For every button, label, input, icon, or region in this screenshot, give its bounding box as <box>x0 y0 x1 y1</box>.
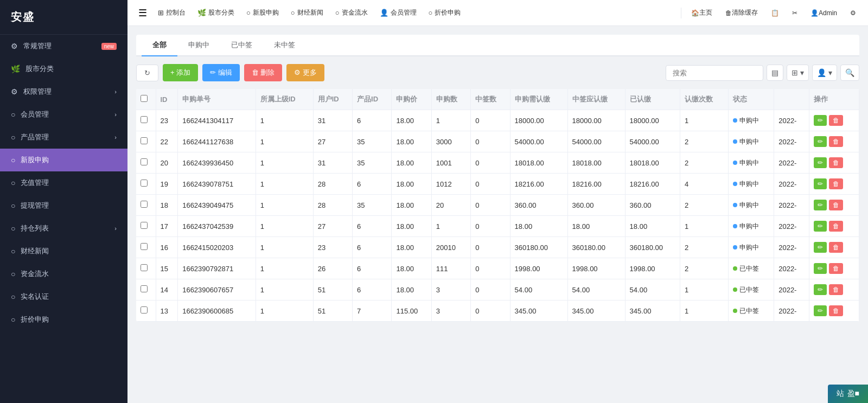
nav-home[interactable]: 🏠 主页 <box>686 5 718 21</box>
edit-button[interactable]: ✏ 编辑 <box>202 64 240 81</box>
row-checkbox[interactable] <box>141 180 148 187</box>
row-checkbox[interactable] <box>141 158 148 165</box>
cell-product-id: 6 <box>353 258 392 279</box>
sidebar-item-member-mgmt[interactable]: ○ 会员管理 › <box>0 103 127 126</box>
search-input[interactable] <box>666 65 763 81</box>
row-checkbox[interactable] <box>141 201 148 208</box>
edit-row-button[interactable]: ✏ <box>814 263 827 274</box>
row-checkbox[interactable] <box>141 222 148 229</box>
nav-capital-flow[interactable]: ○ 资金流水 <box>330 5 373 21</box>
leaf-icon: 🌿 <box>11 65 20 73</box>
row-checkbox[interactable] <box>141 243 148 250</box>
cell-pay-times: 1 <box>680 300 729 322</box>
edit-row-button[interactable]: ✏ <box>814 284 827 295</box>
sidebar-item-stock-category[interactable]: 🌿 股市分类 <box>0 57 127 80</box>
sidebar-item-withdraw-mgmt[interactable]: ○ 提现管理 <box>0 194 127 217</box>
grid-view-button[interactable]: ⊞ ▾ <box>787 65 809 81</box>
edit-row-button[interactable]: ✏ <box>814 242 827 253</box>
nav-avatar[interactable]: 👤 Admin <box>805 6 843 20</box>
row-checkbox[interactable] <box>141 264 148 271</box>
sidebar-item-new-stock[interactable]: ○ 新股申购 <box>0 149 127 171</box>
sidebar-item-permission-mgmt[interactable]: ⚙ 权限管理 › <box>0 80 127 103</box>
nav-icon1[interactable]: 📋 <box>765 6 784 20</box>
nav-finance-news[interactable]: ○ 财经新闻 <box>285 5 329 21</box>
edit-row-button[interactable]: ✏ <box>814 157 827 168</box>
delete-row-button[interactable]: 🗑 <box>829 136 843 147</box>
cell-product-id: 6 <box>353 279 392 300</box>
delete-row-button[interactable]: 🗑 <box>829 242 843 253</box>
sidebar-item-finance-news[interactable]: ○ 财经新闻 <box>0 240 127 263</box>
nav-new-stock[interactable]: ○ 新股申购 <box>241 5 284 21</box>
sidebar: 安盛 ⚙ 常规管理 new 🌿 股市分类 ⚙ 权限管理 › ○ 会员管理 › ○… <box>0 0 127 403</box>
status-label: 申购中 <box>739 116 759 125</box>
tab-not-won[interactable]: 未中签 <box>263 35 306 56</box>
nav-member-mgmt[interactable]: 👤 会员管理 <box>374 5 422 21</box>
more-button[interactable]: ⚙ 更多 <box>286 64 324 81</box>
tab-all[interactable]: 全部 <box>142 35 177 56</box>
sidebar-item-real-name[interactable]: ○ 实名认证 <box>0 285 127 308</box>
delete-row-button[interactable]: 🗑 <box>829 115 843 126</box>
delete-row-button[interactable]: 🗑 <box>829 157 843 168</box>
cell-paid: 360.00 <box>625 195 680 216</box>
sidebar-item-product-mgmt[interactable]: ○ 产品管理 › <box>0 126 127 149</box>
edit-row-button[interactable]: ✏ <box>814 178 827 189</box>
nav-clear-cache[interactable]: 🗑 清除缓存 <box>720 5 763 21</box>
sidebar-item-discount-apply[interactable]: ○ 折价申购 <box>0 308 127 331</box>
edit-row-button[interactable]: ✏ <box>814 305 827 316</box>
row-checkbox[interactable] <box>141 285 148 292</box>
edit-row-button[interactable]: ✏ <box>814 221 827 232</box>
cell-actions: ✏ 🗑 <box>809 300 859 322</box>
delete-row-button[interactable]: 🗑 <box>829 178 843 189</box>
cell-qty: 1012 <box>431 174 470 195</box>
cell-paid: 54.00 <box>625 279 680 300</box>
cell-qty: 1 <box>431 110 470 131</box>
cell-user-id: 31 <box>313 110 352 131</box>
tab-won[interactable]: 已中签 <box>220 35 263 56</box>
delete-row-button[interactable]: 🗑 <box>829 305 843 316</box>
cell-status: 申购中 <box>729 131 774 152</box>
nav-stock-cat[interactable]: 🌿 股市分类 <box>192 5 240 21</box>
delete-row-button[interactable]: 🗑 <box>829 284 843 295</box>
table-view-button[interactable]: ▤ <box>767 65 783 81</box>
delete-button[interactable]: 🗑 删除 <box>244 64 283 81</box>
edit-row-button[interactable]: ✏ <box>814 115 827 126</box>
delete-row-button[interactable]: 🗑 <box>829 263 843 274</box>
nav-settings[interactable]: ⚙ <box>845 6 861 20</box>
select-all-checkbox[interactable] <box>141 95 148 102</box>
sidebar-item-capital-flow[interactable]: ○ 资金流水 <box>0 263 127 285</box>
sidebar-item-position-list[interactable]: ○ 持仓列表 › <box>0 217 127 240</box>
col-parent-id: 所属上级ID <box>256 89 313 110</box>
cell-paid: 54000.00 <box>625 131 680 152</box>
tab-applying[interactable]: 申购中 <box>177 35 220 56</box>
status-label: 申购中 <box>739 243 759 252</box>
delete-row-button[interactable]: 🗑 <box>829 221 843 232</box>
delete-row-button[interactable]: 🗑 <box>829 200 843 210</box>
column-select-button[interactable]: 👤 ▾ <box>812 65 837 81</box>
nav-dashboard[interactable]: ⊞ 控制台 <box>152 5 191 21</box>
cell-sign-need: 18000.00 <box>567 110 625 131</box>
nav-label: 折价申购 <box>435 8 461 17</box>
hamburger-icon[interactable]: ☰ <box>134 4 151 22</box>
row-checkbox[interactable] <box>141 137 148 144</box>
row-checkbox[interactable] <box>141 306 148 314</box>
cell-signed: 0 <box>471 195 510 216</box>
add-button[interactable]: + 添加 <box>163 64 198 81</box>
refresh-button[interactable]: ↻ <box>136 65 158 81</box>
nav-label: 会员管理 <box>391 8 417 17</box>
search-button[interactable]: 🔍 <box>840 65 859 81</box>
nav-discount-apply[interactable]: ○ 折价申购 <box>423 5 467 21</box>
nav-label: 控制台 <box>166 8 186 17</box>
nav-label: 新股申购 <box>253 8 279 17</box>
edit-row-button[interactable]: ✏ <box>814 136 827 147</box>
sidebar-item-regular-mgmt[interactable]: ⚙ 常规管理 new <box>0 35 127 57</box>
edit-row-button[interactable]: ✏ <box>814 200 827 210</box>
cell-pay-times: 2 <box>680 258 729 279</box>
table-row: 14 1662390607657 1 51 6 18.00 3 0 54.00 … <box>136 279 859 300</box>
row-checkbox[interactable] <box>141 116 148 123</box>
table-row: 23 1662441304117 1 31 6 18.00 1 0 18000.… <box>136 110 859 131</box>
sidebar-item-recharge-mgmt[interactable]: ○ 充值管理 <box>0 171 127 194</box>
nav-icon2[interactable]: ✂ <box>787 6 803 20</box>
cell-apply-need: 54000.00 <box>510 131 567 152</box>
table-row: 18 1662439049475 1 28 35 18.00 20 0 360.… <box>136 195 859 216</box>
cell-price: 18.00 <box>392 152 431 174</box>
